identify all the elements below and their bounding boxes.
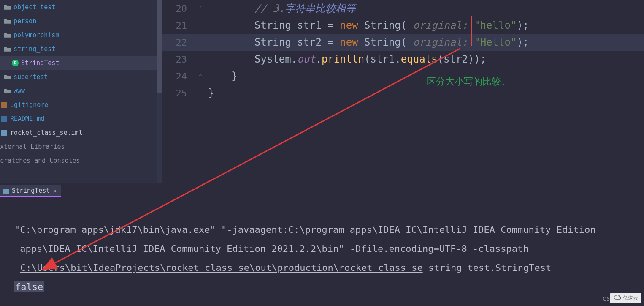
console-link[interactable]: C:\Users\bit\IdeaProjects\rocket_class_s… <box>20 262 423 273</box>
svg-rect-3 <box>3 189 9 194</box>
line-number: 23 <box>162 54 187 65</box>
tok: ); <box>517 19 529 31</box>
tree-label: xternal Libraries <box>0 143 65 150</box>
folder-icon <box>3 18 11 24</box>
sidebar-scrollbar[interactable] <box>157 0 162 183</box>
tok: println <box>322 53 364 65</box>
code-comment: // 3. <box>254 3 285 14</box>
fold-marker-icon[interactable]: ⌃ <box>196 72 205 80</box>
tree-folder-polymorphism[interactable]: polymorphism <box>0 28 162 42</box>
tok: } <box>231 70 237 82</box>
tree-class-stringtest[interactable]: C StringTest <box>0 56 162 70</box>
tree-file-gitignore[interactable]: .gitignore <box>0 98 162 112</box>
svg-rect-0 <box>1 102 7 108</box>
svg-rect-1 <box>1 116 7 122</box>
tok: equals <box>401 53 438 65</box>
console-text: string_test.StringTest <box>423 262 552 273</box>
annotation-red-box <box>456 16 472 46</box>
tok: = <box>322 19 340 31</box>
code-editor[interactable]: 20 ⌃ 21 22 23 24 ⌃ 25 // 3.字符串比较相等 Strin… <box>162 0 644 183</box>
line-number: 25 <box>162 88 187 98</box>
tok: str1. <box>371 53 401 65</box>
console-line: apps\IDEA IC\IntelliJ IDEA Community Edi… <box>14 243 529 254</box>
tok: String <box>364 36 401 48</box>
tok: "Hello" <box>474 36 517 48</box>
tok: = <box>322 36 340 48</box>
class-icon: C <box>12 60 19 66</box>
code-area[interactable]: // 3.字符串比较相等 String str1 = new String( o… <box>208 0 644 183</box>
markdown-icon <box>0 116 8 122</box>
scrollbar-thumb[interactable] <box>157 0 162 93</box>
tok: new <box>340 36 364 48</box>
run-console: StringTest ✕ "C:\program apps\jdk17\bin\… <box>0 183 644 306</box>
tree-external-libraries[interactable]: xternal Libraries <box>0 139 162 153</box>
tree-label: string_test <box>14 45 55 53</box>
svg-rect-2 <box>1 130 7 136</box>
folder-icon <box>3 88 11 94</box>
tree-label: person <box>14 17 36 25</box>
code-comment-cn: 字符串比较相等 <box>285 2 356 15</box>
gitignore-icon <box>0 102 8 108</box>
project-tree: object_test person polymorphism string_t… <box>0 0 162 183</box>
tok: str2 <box>297 36 322 48</box>
tree-folder-person[interactable]: person <box>0 14 162 28</box>
iml-icon <box>0 130 8 136</box>
tree-label: polymorphism <box>14 31 59 39</box>
tok: "hello" <box>474 19 517 31</box>
tree-folder-object-test[interactable]: object_test <box>0 0 162 14</box>
tok: . <box>316 53 322 65</box>
tok: String <box>364 19 401 31</box>
watermark-text: 亿速云 <box>623 295 638 302</box>
folder-icon <box>3 74 11 80</box>
tree-file-readme[interactable]: README.md <box>0 112 162 126</box>
tok: System. <box>254 53 297 65</box>
tok: ); <box>517 36 529 48</box>
tok: str1 <box>297 19 322 31</box>
tree-folder-www[interactable]: www <box>0 84 162 98</box>
folder-icon <box>3 46 11 52</box>
tree-label: .gitignore <box>10 101 48 109</box>
tok: String <box>254 19 291 31</box>
folder-icon <box>3 4 11 10</box>
tok: String <box>254 36 291 48</box>
tok: new <box>340 19 364 31</box>
close-icon[interactable]: ✕ <box>53 188 57 194</box>
yisu-watermark: 亿速云 <box>610 293 641 303</box>
tree-label: rocket_class_se.iml <box>10 129 83 137</box>
tree-label: README.md <box>10 115 44 123</box>
tree-scratches[interactable]: cratches and Consoles <box>0 153 162 167</box>
folder-icon <box>3 32 11 38</box>
cloud-icon <box>614 295 621 301</box>
console-line: "C:\program apps\jdk17\bin\java.exe" "-j… <box>14 224 596 235</box>
line-number: 20 <box>162 3 187 14</box>
run-tab-icon <box>3 188 9 193</box>
tree-label: www <box>14 87 25 95</box>
console-output[interactable]: "C:\program apps\jdk17\bin\java.exe" "-j… <box>0 198 644 306</box>
fold-marker-icon[interactable]: ⌃ <box>196 4 205 13</box>
line-number: 21 <box>162 20 187 31</box>
run-tab-stringtest[interactable]: StringTest ✕ <box>0 185 61 197</box>
tok: ( <box>364 53 370 65</box>
tree-label: StringTest <box>21 59 59 67</box>
tree-label: cratches and Consoles <box>0 157 80 164</box>
csdn-watermark: CS <box>603 295 610 302</box>
tree-folder-supertest[interactable]: supertest <box>0 70 162 84</box>
tree-label: supertest <box>14 73 48 81</box>
tok: str2 <box>444 53 468 65</box>
tok: )); <box>468 53 486 65</box>
editor-gutter: 20 ⌃ 21 22 23 24 ⌃ 25 <box>162 0 208 183</box>
run-tab-label: StringTest <box>12 187 50 194</box>
tok: } <box>208 87 214 99</box>
tok: ( <box>438 53 444 65</box>
tree-file-iml[interactable]: rocket_class_se.iml <box>0 126 162 139</box>
line-number: 22 <box>162 37 187 48</box>
tok: out <box>297 53 315 65</box>
line-number: 24 <box>162 71 187 82</box>
console-result: false <box>14 281 44 292</box>
tree-folder-string-test[interactable]: string_test <box>0 42 162 56</box>
tree-label: object_test <box>14 3 55 11</box>
annotation-note: 区分大小写的比较。 <box>427 75 510 88</box>
